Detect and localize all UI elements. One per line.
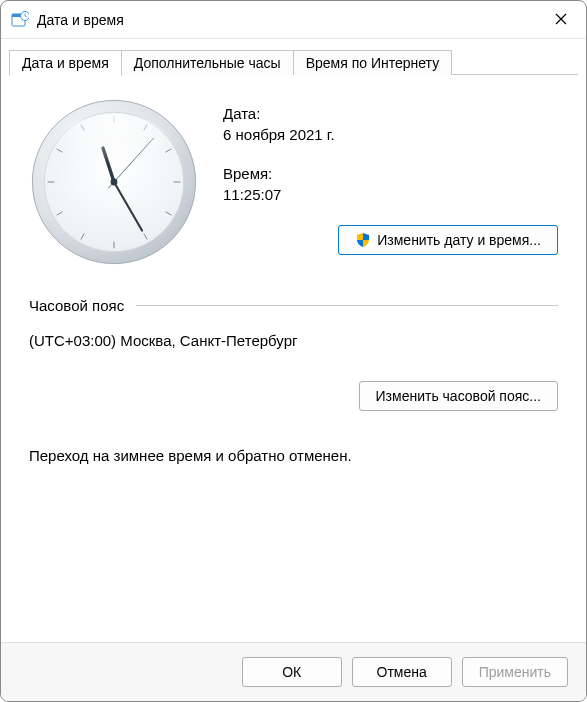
date-value: 6 ноября 2021 г.	[223, 126, 558, 143]
datetime-row: Дата: 6 ноября 2021 г. Время: 11:25:07	[29, 97, 558, 267]
ok-button[interactable]: ОК	[242, 657, 342, 687]
dst-note: Переход на зимнее время и обратно отмене…	[29, 447, 558, 464]
analog-clock	[29, 97, 199, 267]
change-datetime-button[interactable]: Изменить дату и время...	[338, 225, 558, 255]
change-timezone-button[interactable]: Изменить часовой пояс...	[359, 381, 558, 411]
close-icon	[555, 12, 567, 28]
tab-internet-time[interactable]: Время по Интернету	[293, 50, 453, 75]
time-value: 11:25:07	[223, 186, 558, 203]
timezone-value: (UTC+03:00) Москва, Санкт-Петербург	[29, 332, 558, 349]
button-label: Применить	[479, 664, 551, 680]
button-label: Отмена	[377, 664, 427, 680]
cancel-button[interactable]: Отмена	[352, 657, 452, 687]
close-button[interactable]	[536, 1, 586, 39]
tab-date-time[interactable]: Дата и время	[9, 50, 122, 76]
tab-content: Дата: 6 ноября 2021 г. Время: 11:25:07	[1, 75, 586, 642]
divider	[136, 305, 558, 306]
timezone-section-header: Часовой пояс	[29, 297, 558, 314]
titlebar: Дата и время	[1, 1, 586, 39]
datetime-app-icon	[11, 11, 29, 29]
window-title: Дата и время	[37, 12, 536, 28]
timezone-header-label: Часовой пояс	[29, 297, 124, 314]
tab-label: Дополнительные часы	[134, 55, 281, 71]
tab-additional-clocks[interactable]: Дополнительные часы	[121, 50, 294, 75]
button-label: ОК	[282, 664, 301, 680]
svg-point-23	[55, 114, 174, 185]
datetime-info: Дата: 6 ноября 2021 г. Время: 11:25:07	[223, 97, 558, 267]
uac-shield-icon	[355, 232, 371, 248]
tab-label: Время по Интернету	[306, 55, 440, 71]
button-label: Изменить дату и время...	[377, 232, 541, 248]
tab-strip: Дата и время Дополнительные часы Время п…	[1, 45, 586, 75]
date-label: Дата:	[223, 105, 558, 122]
tab-label: Дата и время	[22, 55, 109, 71]
time-label: Время:	[223, 165, 558, 182]
dialog-footer: ОК Отмена Применить	[1, 642, 586, 701]
apply-button[interactable]: Применить	[462, 657, 568, 687]
button-label: Изменить часовой пояс...	[376, 388, 541, 404]
